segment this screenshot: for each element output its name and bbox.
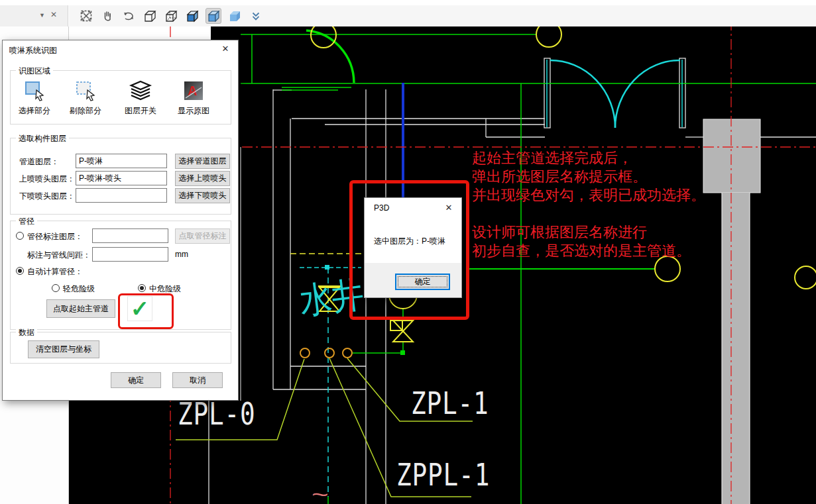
annotation-line-4: 设计师可根据图层名称进行 — [472, 223, 647, 242]
upper-head-layer-label: 上喷喷头图层： — [19, 174, 75, 185]
hidden-line-cube-icon[interactable] — [163, 8, 179, 24]
show-original-button[interactable]: A 显示原图 — [174, 76, 213, 121]
layer-switch-button[interactable]: 图层开关 — [121, 76, 160, 121]
spacing-unit: mm — [175, 250, 188, 259]
recognition-area-group: 识图区域 选择部分 剔除部分 — [10, 70, 231, 125]
cyan-node — [325, 265, 329, 270]
pipe-diameter-caption: 管径 — [16, 216, 37, 227]
component-layers-group: 选取构件图层 管道图层： 选择管道图层 上喷喷头图层： 选择上喷喷头 下喷喷头图… — [10, 138, 231, 215]
dropdown-icon[interactable]: ▼ — [39, 12, 50, 19]
select-part-icon — [15, 76, 54, 105]
expand-more-icon[interactable] — [248, 8, 264, 24]
cad-label-zpl1: ZPL-1 — [411, 385, 489, 421]
spacing-label: 标注与管线间距： — [27, 250, 91, 261]
data-caption: 数据 — [16, 327, 37, 338]
view-toolbar — [69, 5, 816, 26]
annotation-line-1: 起始主管道选择完成后， — [472, 149, 632, 168]
annotation-line-3: 并出现绿色对勾，表明已成功选择。 — [472, 186, 705, 205]
dialog-title: 喷淋系统识图 — [9, 45, 57, 56]
spacing-input[interactable] — [92, 247, 168, 262]
solid-cube-icon[interactable] — [227, 8, 243, 24]
dialog-close-icon[interactable]: ✕ — [217, 42, 234, 56]
recognition-area-caption: 识图区域 — [16, 66, 53, 77]
pan-hand-icon[interactable] — [99, 8, 115, 24]
dialog-cancel-button[interactable]: 取消 — [172, 372, 223, 388]
annotation-line-5: 初步自查，是否选对的是主管道。 — [472, 242, 691, 260]
autocad-logo-icon: A — [174, 76, 213, 105]
component-layers-caption: 选取构件图层 — [16, 133, 69, 144]
cad-label-zpl0: ZPL-0 — [178, 396, 256, 432]
select-pipe-layer-button[interactable]: 选择管道图层 — [175, 154, 230, 169]
cad-label-zppl1: ZPPL-1 — [396, 457, 490, 493]
select-lower-head-button[interactable]: 选择下喷喷头 — [175, 188, 230, 203]
tab-close-icon[interactable]: ✕ — [50, 10, 62, 19]
pick-main-pipe-button[interactable]: 点取起始主管道 — [46, 299, 115, 318]
highlight-box-check — [118, 293, 174, 329]
annotation-layer-label: 管径标注图层： — [27, 231, 83, 242]
orbit-icon[interactable] — [121, 8, 137, 24]
lower-head-layer-input[interactable] — [76, 188, 167, 203]
auto-calc-radio[interactable] — [16, 267, 24, 275]
upper-head-layer-input[interactable] — [76, 171, 167, 185]
annotation-line-2: 弹出所选图层名称提示框。 — [472, 168, 647, 186]
light-risk-radio[interactable] — [52, 284, 60, 292]
clear-layers-button[interactable]: 清空图层与坐标 — [28, 340, 99, 358]
select-upper-head-button[interactable]: 选择上喷喷头 — [175, 171, 230, 186]
highlight-box-message — [349, 180, 469, 320]
lower-head-layer-label: 下喷喷头图层： — [19, 191, 75, 202]
remove-part-button[interactable]: 剔除部分 — [66, 76, 105, 121]
data-group: 数据 清空图层与坐标 — [10, 332, 231, 364]
auto-calc-label: 自动计算管径： — [27, 266, 83, 277]
select-part-button[interactable]: 选择部分 — [15, 76, 54, 121]
pipe-break-symbol: ~ — [312, 482, 329, 504]
pipe-layer-label: 管道图层： — [19, 156, 59, 168]
medium-risk-radio[interactable] — [138, 284, 146, 292]
pipe-endpoint — [400, 350, 405, 355]
shaded-edges-cube-icon[interactable] — [184, 8, 200, 24]
dialog-ok-button[interactable]: 确定 — [111, 372, 161, 388]
pipe-layer-input[interactable] — [76, 154, 167, 168]
zoom-extents-icon[interactable] — [78, 8, 94, 24]
wireframe-cube-icon[interactable] — [142, 8, 158, 24]
annotation-layer-input[interactable] — [92, 228, 168, 243]
annotation-layer-radio[interactable] — [16, 232, 24, 240]
pick-annotation-button: 点取管径标注 — [175, 228, 230, 244]
remove-part-icon — [66, 76, 105, 105]
left-tab-strip: ▼✕ — [0, 5, 68, 26]
sprinkler-recognition-dialog: 喷淋系统识图 ✕ 识图区域 选择部分 剔除部分 — [2, 40, 239, 401]
light-risk-label: 轻危险级 — [63, 283, 95, 295]
shaded-cube-active-icon[interactable] — [205, 8, 221, 24]
layers-icon — [121, 76, 160, 105]
